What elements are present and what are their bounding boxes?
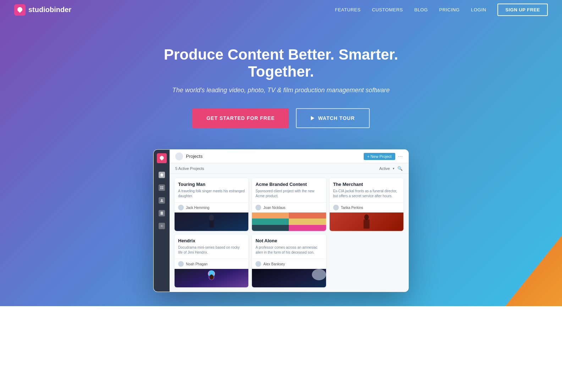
card-image-acme <box>252 212 326 231</box>
svg-rect-12 <box>363 220 369 229</box>
card-avatar-not-alone <box>255 261 261 267</box>
card-body-not-alone: Not Alone A professor comes across an am… <box>252 234 326 259</box>
nav-link-login[interactable]: LOGIN <box>471 7 486 12</box>
svg-rect-0 <box>160 186 161 188</box>
mock-sidebar <box>154 150 170 292</box>
card-author-not-alone: Alex Banksey <box>263 262 285 266</box>
card-desc-acme: Sponsored client project with the new Ac… <box>255 189 322 199</box>
card-author-hendrix: Noah Phagan <box>186 262 208 266</box>
svg-rect-10 <box>209 220 214 227</box>
app-screenshot-wrapper: Projects + New Project ··· 5 Active Proj… <box>153 149 409 306</box>
nav-link-blog[interactable]: BLOG <box>414 7 428 12</box>
active-projects-label: 5 Active Projects <box>175 166 204 171</box>
settings-icon <box>160 224 164 228</box>
logo[interactable]: studiobinder <box>14 4 71 16</box>
svg-rect-5 <box>160 211 163 215</box>
sidebar-icon-projects[interactable] <box>159 184 165 191</box>
card-title-merchant: The Merchant <box>333 182 400 187</box>
nav-link-pricing[interactable]: PRICING <box>439 7 460 12</box>
mock-main: Projects + New Project ··· 5 Active Proj… <box>170 150 408 292</box>
project-card-not-alone[interactable]: Not Alone A professor comes across an am… <box>252 234 326 287</box>
acme-cell-5 <box>252 225 289 231</box>
svg-point-4 <box>161 199 162 201</box>
logo-part1: studio <box>28 6 50 13</box>
grid-empty-slot <box>330 234 403 287</box>
card-title-acme: Acme Branded Content <box>255 182 322 187</box>
card-body-touring-man: Touring Man A traveling folk singer meet… <box>175 178 248 202</box>
logo-svg <box>16 6 23 13</box>
svg-point-11 <box>364 214 369 220</box>
project-card-merchant[interactable]: The Merchant Ex-CIA jackal fronts as a f… <box>330 178 403 231</box>
card-body-merchant: The Merchant Ex-CIA jackal fronts as a f… <box>330 178 403 202</box>
card-author-acme: Joan Nicklaus <box>263 206 285 210</box>
card-author-touring-man: Jack Hemming <box>186 206 209 210</box>
svg-rect-3 <box>162 188 163 189</box>
active-filter-label[interactable]: Active <box>379 166 390 171</box>
svg-rect-1 <box>162 186 163 188</box>
sidebar-icon-home[interactable] <box>159 172 165 178</box>
card-avatar-merchant <box>333 205 339 210</box>
sidebar-icon-settings[interactable] <box>159 223 165 229</box>
card-title-hendrix: Hendrix <box>178 238 245 243</box>
sidebar-logo-icon <box>159 155 165 161</box>
card-image-hendrix <box>175 269 248 287</box>
card-body-hendrix: Hendrix Docudrama mini-series based on r… <box>175 234 248 259</box>
nav-link-customers[interactable]: CUSTOMERS <box>372 7 403 12</box>
mock-topbar: Projects + New Project ··· <box>170 150 408 163</box>
project-card-touring-man[interactable]: Touring Man A traveling folk singer meet… <box>175 178 248 231</box>
play-icon <box>311 116 314 120</box>
card-avatar-hendrix <box>178 261 184 267</box>
acme-cell-2 <box>289 212 326 219</box>
docs-icon <box>160 211 164 215</box>
logo-text: studiobinder <box>28 6 71 14</box>
get-started-button[interactable]: GET STARTED FOR FREE <box>192 108 289 128</box>
projects-icon <box>160 186 164 190</box>
nav-links: FEATURES CUSTOMERS BLOG PRICING LOGIN SI… <box>335 4 548 16</box>
nav-link-features[interactable]: FEATURES <box>335 7 360 12</box>
topbar-menu-dots[interactable]: ··· <box>398 153 403 160</box>
card-desc-hendrix: Docudrama mini-series based on rocky lif… <box>178 245 245 255</box>
mock-app: Projects + New Project ··· 5 Active Proj… <box>154 150 408 292</box>
card-title-not-alone: Not Alone <box>255 238 322 243</box>
card-desc-touring-man: A traveling folk singer meets his estran… <box>178 189 245 199</box>
sidebar-logo <box>157 153 167 163</box>
card-footer-acme: Joan Nicklaus <box>252 202 326 212</box>
topbar-avatar <box>175 153 183 160</box>
logo-icon <box>14 4 26 16</box>
hero-subtitle: The world's leading video, photo, TV & f… <box>172 87 390 94</box>
acme-cell-6 <box>289 225 326 231</box>
hero-buttons: GET STARTED FOR FREE WATCH TOUR <box>192 108 370 128</box>
acme-cell-1 <box>252 212 289 219</box>
merchant-svg <box>358 212 375 231</box>
search-icon[interactable]: 🔍 <box>397 166 403 171</box>
card-avatar-touring-man <box>178 205 184 210</box>
mock-topbar-title: Projects <box>175 153 203 160</box>
logo-part2: binder <box>50 6 71 13</box>
hendrix-svg <box>201 269 222 287</box>
sidebar-icon-docs[interactable] <box>159 210 165 216</box>
watch-tour-button[interactable]: WATCH TOUR <box>296 108 370 128</box>
card-desc-merchant: Ex-CIA jackal fronts as a funeral direct… <box>333 189 400 199</box>
watch-tour-label: WATCH TOUR <box>318 115 355 121</box>
card-desc-not-alone: A professor comes across an amnesiac ali… <box>255 245 322 255</box>
acme-cell-3 <box>252 219 289 225</box>
svg-point-9 <box>209 215 214 221</box>
project-card-hendrix[interactable]: Hendrix Docudrama mini-series based on r… <box>175 234 248 287</box>
card-image-merchant <box>330 212 403 231</box>
card-footer-merchant: Tarika Perkins <box>330 202 403 212</box>
svg-point-14 <box>210 275 214 280</box>
project-card-acme[interactable]: Acme Branded Content Sponsored client pr… <box>252 178 326 231</box>
card-footer-hendrix: Noah Phagan <box>175 259 248 269</box>
contacts-icon <box>160 198 164 203</box>
card-body-acme: Acme Branded Content Sponsored client pr… <box>252 178 326 202</box>
card-avatar-acme <box>255 205 261 210</box>
new-project-button[interactable]: + New Project <box>364 153 395 160</box>
moon-shape <box>312 269 326 280</box>
topbar-title-text: Projects <box>186 154 203 159</box>
sidebar-icon-contacts[interactable] <box>159 197 165 204</box>
mock-topbar-right: + New Project ··· <box>364 153 403 160</box>
card-image-not-alone <box>252 269 326 287</box>
sign-up-free-button[interactable]: SIGN UP FREE <box>497 4 548 16</box>
mock-subbar-right: Active ▾ 🔍 <box>379 166 403 171</box>
card-footer-not-alone: Alex Banksey <box>252 259 326 269</box>
